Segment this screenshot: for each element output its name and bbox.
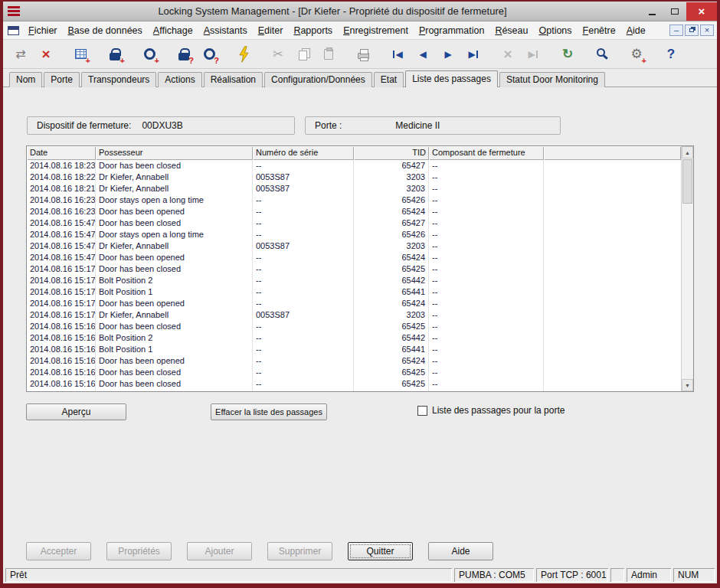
new-lock-icon[interactable]: + — [103, 44, 126, 65]
print-icon[interactable] — [352, 44, 375, 65]
tab-statut-door-monitoring[interactable]: Statut Door Monitoring — [499, 72, 605, 87]
table-row[interactable]: 2014.08.16 15:17Bolt Position 1--65441-- — [27, 286, 681, 298]
table-row[interactable]: 2014.08.16 16:23Door has been opened--65… — [27, 206, 681, 217]
cell-serial: -- — [253, 229, 354, 240]
column-header-tid[interactable]: TID — [354, 146, 429, 160]
quitter-button[interactable]: Quitter — [348, 542, 413, 560]
close-button[interactable]: × — [686, 2, 717, 21]
table-row[interactable]: 2014.08.16 15:47Dr Kiefer, Annabell0053S… — [27, 240, 681, 252]
menu-rapports[interactable]: Rapports — [288, 23, 338, 38]
table-row[interactable]: 2014.08.16 18:23Door has been closed--65… — [27, 160, 681, 172]
previous-record-icon[interactable]: ◀ — [411, 44, 434, 65]
tab-configuration-donnees[interactable]: Configuration/Données — [264, 72, 372, 87]
table-row[interactable]: 2014.08.16 15:16Bolt Position 2--65442-- — [27, 332, 681, 344]
menu-fenetre[interactable]: Fenêtre — [578, 23, 621, 38]
column-header-comp[interactable]: Composant de fermeture — [429, 146, 544, 160]
door-field-value: Medicine II — [395, 120, 440, 131]
cell-tid: 65425 — [354, 367, 429, 378]
menu-options[interactable]: Options — [533, 23, 577, 38]
tab-etat[interactable]: Etat — [374, 72, 404, 87]
clear-passage-list-button[interactable]: Effacer la liste des passages — [211, 403, 327, 420]
status-bar: Prêt PUMBA : COM5Port TCP : 6001AdminNUM — [3, 567, 717, 583]
program-icon[interactable] — [232, 44, 255, 65]
column-header-serial[interactable]: Numéro de série — [253, 146, 354, 160]
child-restore-button[interactable] — [685, 24, 699, 36]
table-row[interactable]: 2014.08.16 16:23Door stays open a long t… — [27, 194, 681, 206]
cell-fill — [544, 321, 681, 332]
menu-affichage[interactable]: Affichage — [148, 23, 198, 38]
red-cross-icon[interactable]: × — [34, 44, 57, 65]
status-admin: Admin — [627, 568, 671, 582]
table-row[interactable]: 2014.08.16 15:16Door has been closed--65… — [27, 378, 681, 390]
menu-base-de-donnees[interactable]: Base de données — [63, 23, 148, 38]
refresh-icon[interactable]: ↻ — [556, 44, 579, 65]
menu-editer[interactable]: Editer — [253, 23, 289, 38]
menu-reseau[interactable]: Réseau — [489, 23, 533, 38]
table-row[interactable]: 2014.08.16 18:21Dr Kiefer, Annabell0053S… — [27, 183, 681, 194]
menu-aide[interactable]: Aide — [621, 23, 651, 38]
menu-assistants[interactable]: Assistants — [198, 23, 253, 38]
cell-fill — [544, 309, 681, 321]
table-row[interactable]: 2014.08.16 18:22Dr Kiefer, Annabell0053S… — [27, 172, 681, 183]
tab-porte[interactable]: Porte — [44, 72, 80, 87]
preview-button[interactable]: Aperçu — [26, 403, 126, 420]
table-row[interactable]: 2014.08.16 15:47Door has been closed--65… — [27, 217, 681, 229]
column-header-date[interactable]: Date — [27, 146, 96, 160]
table-row[interactable]: 2014.08.16 15:16Door has been closed--65… — [27, 321, 681, 332]
table-row[interactable]: 2014.08.16 15:17Door has been closed--65… — [27, 263, 681, 275]
tab-transpondeurs[interactable]: Transpondeurs — [81, 72, 156, 87]
table-row[interactable]: 2014.08.16 15:16Door has been closed--65… — [27, 367, 681, 378]
tab-realisation[interactable]: Réalisation — [204, 72, 263, 87]
tab-actions[interactable]: Actions — [158, 72, 201, 87]
table-row[interactable]: 2014.08.16 15:17Bolt Position 2--65442-- — [27, 275, 681, 286]
tab-nom[interactable]: Nom — [9, 72, 42, 87]
cell-serial: 0053S87 — [253, 183, 354, 194]
tab-liste-des-passages[interactable]: Liste des passages — [405, 70, 498, 87]
cell-tid: 65425 — [354, 378, 429, 390]
first-record-icon[interactable]: ◀ — [386, 44, 409, 65]
table-row[interactable]: 2014.08.16 15:16Bolt Position 1--65441-- — [27, 344, 681, 355]
table-row[interactable]: 2014.08.16 15:17Door has been opened--65… — [27, 298, 681, 309]
aide-button[interactable]: Aide — [428, 542, 493, 560]
menu-programmation[interactable]: Programmation — [414, 23, 489, 38]
help-icon[interactable]: ? — [659, 44, 682, 65]
last-record-icon[interactable]: ▶ — [462, 44, 485, 65]
gear-icon[interactable]: ⚙+ — [625, 44, 648, 65]
scroll-down-button[interactable]: ▼ — [682, 379, 693, 391]
scroll-up-button[interactable]: ▲ — [682, 146, 693, 158]
menu-enregistrement[interactable]: Enregistrement — [338, 23, 414, 38]
table-row[interactable]: 2014.08.16 15:47Door stays open a long t… — [27, 229, 681, 240]
child-close-button[interactable]: × — [700, 24, 714, 36]
cell-serial: -- — [253, 160, 354, 172]
child-system-menu-icon[interactable] — [8, 26, 19, 35]
cell-serial: -- — [253, 286, 354, 298]
read-transponder-icon[interactable]: ? — [198, 44, 221, 65]
cell-tid: 65427 — [354, 160, 429, 172]
cell-comp: -- — [429, 367, 544, 378]
new-locking-system-icon[interactable]: + — [69, 44, 92, 65]
next-record-icon[interactable]: ▶ — [437, 44, 460, 65]
cell-fill — [544, 390, 681, 391]
restore-icon — [689, 28, 694, 32]
cell-serial: -- — [253, 344, 354, 355]
table-row[interactable]: 2014.08.16 15:16Door has been opened--65… — [27, 355, 681, 367]
cell-owner: Door has been opened — [96, 206, 253, 217]
vertical-scrollbar[interactable]: ▲ ▼ — [681, 146, 693, 391]
passage-list-checkbox[interactable] — [417, 406, 427, 416]
search-icon[interactable] — [591, 44, 614, 65]
swap-arrows-icon[interactable]: ⇄ — [9, 44, 32, 65]
table-row[interactable]: 2014.08.16 15:16Door has been opened--65… — [27, 390, 681, 391]
column-header-owner[interactable]: Possesseur — [96, 146, 253, 160]
child-minimize-button[interactable]: – — [669, 24, 683, 36]
scroll-thumb[interactable] — [682, 159, 692, 204]
menu-fichier[interactable]: Fichier — [23, 23, 63, 38]
new-transponder-icon[interactable]: + — [138, 44, 161, 65]
table-row[interactable]: 2014.08.16 15:17Dr Kiefer, Annabell0053S… — [27, 309, 681, 321]
cell-date: 2014.08.16 15:16 — [27, 321, 96, 332]
minimize-button[interactable] — [640, 2, 663, 21]
menu-bar: FichierBase de donnéesAffichageAssistant… — [3, 21, 717, 40]
app-icon[interactable] — [8, 6, 20, 16]
maximize-button[interactable] — [663, 2, 686, 21]
read-lock-icon[interactable]: ? — [172, 44, 195, 65]
table-row[interactable]: 2014.08.16 15:47Door has been opened--65… — [27, 252, 681, 263]
